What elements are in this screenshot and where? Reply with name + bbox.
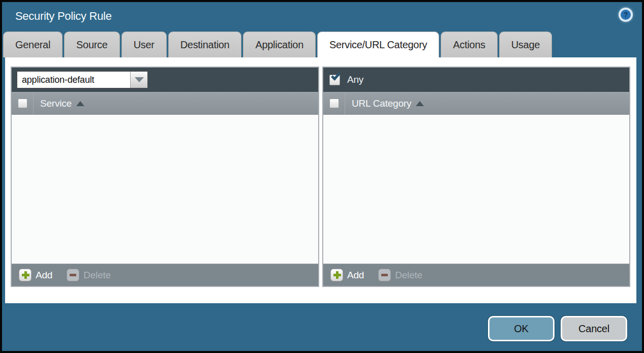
sort-ascending-icon[interactable] [416,101,424,106]
service-select-all-cell [12,92,34,114]
tab-service-url-category[interactable]: Service/URL Category [317,31,439,57]
add-label: Add [347,270,364,281]
help-icon[interactable]: ? [619,8,633,22]
service-column-header: Service [12,92,318,115]
chevron-down-icon [135,77,144,82]
delete-label: Delete [83,270,111,281]
delete-label: Delete [395,270,422,281]
service-add-button[interactable]: Add [19,269,52,281]
help-glyph: ? [624,11,628,18]
tab-general[interactable]: General [3,31,63,57]
url-category-delete-button[interactable]: Delete [378,269,422,281]
ok-button[interactable]: OK [488,316,555,341]
dialog-title: Security Policy Rule [15,10,112,23]
any-label: Any [347,74,363,85]
service-footer: Add Delete [12,264,318,286]
service-type-dropdown[interactable]: application-default [17,71,148,88]
url-category-list[interactable] [323,115,629,264]
tab-source[interactable]: Source [64,31,120,57]
title-bar: Security Policy Rule ? [2,2,642,31]
service-panel: application-default Service Add [11,67,319,287]
url-category-column-label[interactable]: URL Category [352,98,411,109]
add-plus-icon [330,269,343,281]
tab-application[interactable]: Application [243,31,316,57]
service-delete-button[interactable]: Delete [67,269,111,281]
delete-minus-icon [67,269,79,281]
service-list[interactable] [12,115,318,264]
add-label: Add [36,270,52,281]
tab-usage[interactable]: Usage [499,31,552,57]
any-checkbox[interactable] [329,75,340,85]
url-category-column-header: URL Category [323,92,629,115]
service-type-value: application-default [17,72,130,88]
tab-bar: General Source User Destination Applicat… [3,31,642,57]
delete-minus-icon [378,269,391,281]
url-category-select-all-cell [323,92,345,114]
add-plus-icon [19,269,32,281]
tab-content: application-default Service Add [5,57,636,303]
url-category-add-button[interactable]: Add [330,269,364,281]
tab-actions[interactable]: Actions [441,31,498,57]
url-category-select-all-checkbox[interactable] [329,99,339,108]
url-category-toolbar: Any [323,68,629,92]
service-toolbar: application-default [12,68,318,92]
checkmark-icon [331,71,341,80]
cancel-button[interactable]: Cancel [561,316,627,341]
service-column-label[interactable]: Service [40,98,72,109]
tab-destination[interactable]: Destination [168,31,242,57]
sort-ascending-icon[interactable] [76,101,84,106]
tab-user[interactable]: User [121,31,167,57]
service-select-all-checkbox[interactable] [18,99,27,108]
security-policy-rule-dialog: Security Policy Rule ? General Source Us… [2,2,642,351]
dropdown-button[interactable] [130,72,147,88]
url-category-footer: Add Delete [323,264,629,286]
url-category-panel: Any URL Category Add Delete [322,67,630,287]
